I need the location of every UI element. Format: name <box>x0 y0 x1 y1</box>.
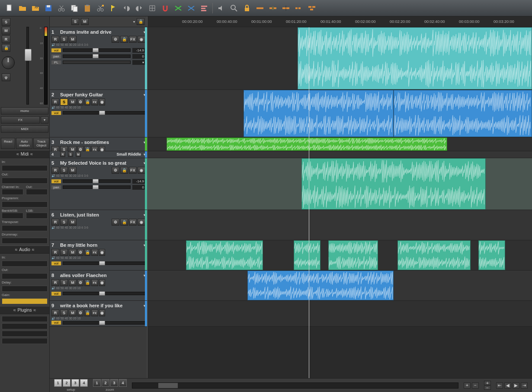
nav-next[interactable]: ▶ <box>513 382 519 389</box>
nav-end[interactable]: ⇥ <box>521 382 528 389</box>
track-fx-button[interactable]: FX <box>129 219 137 226</box>
paste-button[interactable] <box>81 2 93 14</box>
save-button[interactable] <box>42 2 54 14</box>
track-pan-slider[interactable] <box>63 185 131 189</box>
clip-area[interactable] <box>147 27 532 378</box>
solo-button[interactable]: S <box>2 18 10 26</box>
lock-button[interactable]: 🔒 <box>2 44 10 52</box>
track-mute-button[interactable]: M <box>69 219 77 226</box>
master-solo-button[interactable]: S <box>71 18 79 25</box>
track-record-button[interactable]: R <box>51 219 59 226</box>
track-name[interactable]: Be my little horn <box>60 242 141 248</box>
track-vol-slider[interactable] <box>63 179 131 183</box>
redo-button[interactable] <box>133 2 145 14</box>
track-lane-8[interactable] <box>147 271 532 301</box>
zoom-in-v[interactable]: + <box>484 381 491 385</box>
crossfade-button[interactable] <box>172 2 184 14</box>
audio-clip[interactable] <box>397 240 471 270</box>
track-lock-button[interactable]: 🔒 <box>120 36 128 43</box>
track-lock-button[interactable]: 🔒 <box>84 249 90 256</box>
track-fx-button[interactable]: FX <box>91 249 98 256</box>
audio-clip[interactable] <box>394 90 532 137</box>
midi-lsb-dropdown[interactable] <box>26 213 48 219</box>
zoom-preset-1[interactable]: 1 <box>93 379 101 387</box>
track-header-1[interactable]: 1Drums invite and drive▾RSM⚙🔒FX◉🔊 60 50 … <box>50 27 147 90</box>
track-name[interactable]: Rock me - sometimes <box>60 140 141 145</box>
fx-dropdown[interactable]: ▾ <box>41 116 48 124</box>
track-solo-button[interactable]: S <box>60 99 68 105</box>
snap-button[interactable] <box>159 2 171 14</box>
lock-button[interactable] <box>241 2 253 14</box>
track-lock-button[interactable]: 🔒 <box>120 167 128 174</box>
track-header-8[interactable]: 8alles voller Flaechen▾RSM⚙🔒FX◉🔊 60 50 4… <box>50 271 147 301</box>
zoom-preset-4[interactable]: 4 <box>119 379 127 387</box>
track-mute-button[interactable]: M <box>69 309 77 316</box>
playhead[interactable] <box>309 27 309 378</box>
master-mute-button[interactable]: M <box>81 18 89 25</box>
track-lock-button[interactable]: 🔒 <box>120 219 128 226</box>
track-plugin-button[interactable]: ◉ <box>138 167 145 174</box>
master-dropdown[interactable]: ▾ <box>133 20 135 24</box>
track-plugin-button[interactable]: ◉ <box>99 309 105 316</box>
track-lane-7[interactable] <box>147 240 532 271</box>
track-gear-button[interactable]: ⚙ <box>77 99 83 105</box>
midi-button[interactable]: MIDI <box>1 125 48 133</box>
track-header-3[interactable]: 3Rock me - sometimes▾RSM⚙🔒FX◉ <box>50 137 147 151</box>
track-lane-1[interactable] <box>147 27 532 90</box>
time-ruler[interactable]: 00:00:20:0000:00:40:0000:01:00:0000:01:2… <box>147 16 532 27</box>
save-audio-button[interactable] <box>29 2 42 14</box>
midi-transpose-dropdown[interactable] <box>2 225 48 231</box>
audio-delay-input[interactable] <box>2 286 48 292</box>
track-mute-button[interactable]: M <box>69 279 77 286</box>
plugin-slot-2[interactable] <box>2 323 48 329</box>
read-button[interactable]: Read <box>1 138 15 149</box>
track-plugin-button[interactable]: ◉ <box>99 249 105 256</box>
track-record-button[interactable]: R <box>51 99 59 105</box>
track-fx-button[interactable]: FX <box>91 99 98 105</box>
track-gear-button[interactable]: ⚙ <box>112 36 119 43</box>
track-mute-button[interactable]: M <box>69 36 77 43</box>
record-button[interactable]: R <box>2 35 10 43</box>
track-name[interactable]: Drums invite and drive <box>60 29 141 35</box>
track-plugin-button[interactable]: ◉ <box>99 99 105 105</box>
track-header-5[interactable]: 5My Selected Voice is so great▾RSM⚙🔒FX◉🔊… <box>50 158 147 210</box>
setup-page-1[interactable]: 1 <box>54 379 62 387</box>
track-lock-button[interactable]: 🔒 <box>84 99 90 105</box>
track-record-button[interactable]: R <box>51 167 59 174</box>
track-name[interactable]: Super funky Guitar <box>60 92 141 97</box>
nav-prev[interactable]: ◀ <box>504 382 511 389</box>
track-gear-button[interactable]: ⚙ <box>112 219 119 226</box>
nav-start[interactable]: ⇤ <box>496 382 503 389</box>
track-vol-slider[interactable] <box>63 111 145 115</box>
crossfade-alt-button[interactable] <box>185 2 197 14</box>
track-object-button[interactable]: Track Object <box>33 138 49 149</box>
automation-button[interactable]: Auto mation <box>16 138 32 149</box>
zoom-out-v[interactable]: − <box>484 386 491 390</box>
open-file-button[interactable] <box>16 2 29 14</box>
track-lane-3[interactable] <box>147 137 532 151</box>
audio-clip[interactable] <box>244 90 394 137</box>
mono-button[interactable]: mono <box>1 107 48 115</box>
multi-range-button[interactable] <box>293 2 305 14</box>
track-plugin-button[interactable]: ◉ <box>99 279 105 286</box>
cut-button[interactable] <box>55 2 67 14</box>
track-gear-button[interactable]: ⚙ <box>77 249 83 256</box>
new-file-button[interactable] <box>3 2 16 14</box>
range-alt-button[interactable] <box>267 2 279 14</box>
track-lock-button[interactable]: 🔒 <box>84 279 90 286</box>
track-mute-button[interactable]: M <box>69 99 77 105</box>
track-solo-button[interactable]: S <box>60 279 68 286</box>
track-name[interactable]: alles voller Flaechen <box>60 273 141 278</box>
audio-clip[interactable] <box>301 158 486 210</box>
marker-button[interactable] <box>107 2 119 14</box>
track-name[interactable]: Listen, just listen <box>60 212 141 217</box>
track-fx-button[interactable]: FX <box>129 36 137 43</box>
setup-page-3[interactable]: 3 <box>71 379 79 387</box>
grid-button[interactable] <box>146 2 158 14</box>
track-solo-button[interactable]: S <box>60 36 68 43</box>
track-header-7[interactable]: 7Be my little horn▾RSM⚙🔒FX◉🔊 60 50 40 30… <box>50 240 147 271</box>
midi-out-dropdown[interactable] <box>2 178 48 184</box>
midi-ch-in-dropdown[interactable] <box>2 189 23 195</box>
audio-clip[interactable] <box>167 137 447 151</box>
copy-button[interactable] <box>68 2 80 14</box>
